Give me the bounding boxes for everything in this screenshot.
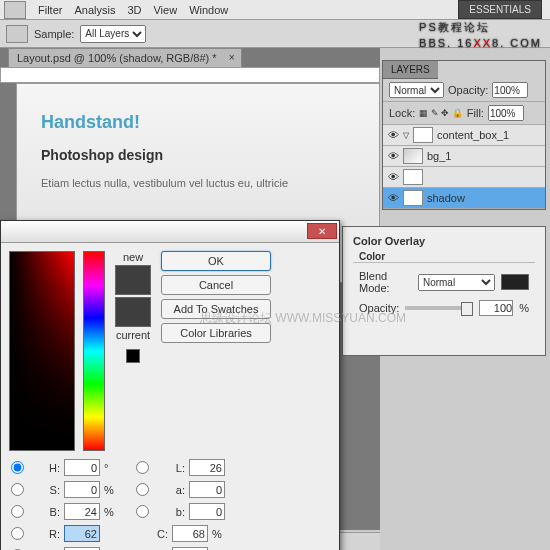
- b2-input[interactable]: [189, 503, 225, 520]
- document-tab[interactable]: Layout.psd @ 100% (shadow, RGB/8#) *×: [8, 48, 242, 67]
- tool-icon[interactable]: [4, 1, 26, 19]
- r-input[interactable]: [64, 525, 100, 542]
- fill-input[interactable]: [488, 105, 524, 121]
- close-icon[interactable]: ×: [229, 52, 235, 63]
- layer-name: bg_1: [427, 150, 451, 162]
- lock-label: Lock:: [389, 107, 415, 119]
- blend-mode-select[interactable]: Normal: [389, 82, 444, 98]
- unit: %: [519, 302, 529, 314]
- layer-thumb: [403, 148, 423, 164]
- add-swatches-button[interactable]: Add To Swatches: [161, 299, 271, 319]
- overlay-opacity-label: Opacity:: [359, 302, 399, 314]
- new-label: new: [123, 251, 143, 263]
- visibility-icon[interactable]: 👁: [387, 192, 399, 204]
- ruler-horizontal: [0, 67, 380, 83]
- radio-b2[interactable]: [136, 505, 149, 518]
- overlay-color-swatch[interactable]: [501, 274, 529, 290]
- h-input[interactable]: [64, 459, 100, 476]
- chevron-down-icon[interactable]: ▽: [403, 131, 409, 140]
- s-input[interactable]: [64, 481, 100, 498]
- layers-panel: LAYERS Normal Opacity: Lock: ▦ ✎ ✥ 🔒 Fil…: [382, 60, 546, 210]
- overlay-opacity-input[interactable]: [479, 300, 513, 316]
- l-input[interactable]: [189, 459, 225, 476]
- color-overlay-panel: Color Overlay Color Blend Mode: Normal O…: [342, 226, 546, 356]
- ok-button[interactable]: OK: [161, 251, 271, 271]
- blend-mode-label: Blend Mode:: [359, 270, 412, 294]
- layer-name: content_box_1: [437, 129, 509, 141]
- current-color-swatch: [115, 297, 151, 327]
- tiny-swatch: [126, 349, 140, 363]
- menu-filter[interactable]: Filter: [38, 4, 62, 16]
- layer-row[interactable]: 👁 shadow: [383, 188, 545, 209]
- page-body: Etiam lectus nulla, vestibulum vel luctu…: [41, 177, 355, 189]
- radio-a[interactable]: [136, 483, 149, 496]
- page-headline: Handstand!: [41, 112, 355, 133]
- sample-select[interactable]: All Layers: [80, 25, 146, 43]
- layer-thumb: [413, 127, 433, 143]
- eyedropper-icon[interactable]: [6, 25, 28, 43]
- menu-window[interactable]: Window: [189, 4, 228, 16]
- menu-analysis[interactable]: Analysis: [74, 4, 115, 16]
- current-label: current: [116, 329, 150, 341]
- overlay-title: Color Overlay: [353, 235, 535, 247]
- radio-r[interactable]: [11, 527, 24, 540]
- radio-b[interactable]: [11, 505, 24, 518]
- close-button[interactable]: ✕: [307, 223, 337, 239]
- radio-l[interactable]: [136, 461, 149, 474]
- layer-thumb: [403, 169, 423, 185]
- visibility-icon[interactable]: 👁: [387, 150, 399, 162]
- layer-thumb: [403, 190, 423, 206]
- fill-label: Fill:: [467, 107, 484, 119]
- layer-name: shadow: [427, 192, 465, 204]
- opacity-label: Opacity:: [448, 84, 488, 96]
- visibility-icon[interactable]: 👁: [387, 171, 399, 183]
- layer-row[interactable]: 👁 bg_1: [383, 146, 545, 167]
- workspace-essentials[interactable]: ESSENTIALS: [458, 0, 542, 19]
- c-input[interactable]: [172, 525, 208, 542]
- sample-label: Sample:: [34, 28, 74, 40]
- menu-view[interactable]: View: [153, 4, 177, 16]
- overlay-subtitle: Color: [353, 251, 535, 263]
- layers-tab[interactable]: LAYERS: [383, 61, 438, 79]
- lock-icons[interactable]: ▦ ✎ ✥ 🔒: [419, 108, 463, 118]
- color-picker-dialog: ✕ new current OK Cancel Add To Swatches …: [0, 220, 340, 550]
- layer-row[interactable]: 👁: [383, 167, 545, 188]
- new-color-swatch: [115, 265, 151, 295]
- hue-slider[interactable]: [83, 251, 105, 451]
- dialog-titlebar[interactable]: ✕: [1, 221, 339, 243]
- radio-h[interactable]: [11, 461, 24, 474]
- layer-row[interactable]: 👁 ▽ content_box_1: [383, 125, 545, 146]
- menu-3d[interactable]: 3D: [127, 4, 141, 16]
- watermark: PS教程论坛 BBS. 16XX8. COM: [419, 20, 542, 50]
- overlay-blend-select[interactable]: Normal: [418, 274, 495, 291]
- opacity-slider[interactable]: [405, 306, 473, 310]
- color-field[interactable]: [9, 251, 75, 451]
- a-input[interactable]: [189, 481, 225, 498]
- radio-s[interactable]: [11, 483, 24, 496]
- color-libraries-button[interactable]: Color Libraries: [161, 323, 271, 343]
- visibility-icon[interactable]: 👁: [387, 129, 399, 141]
- opacity-input[interactable]: [492, 82, 528, 98]
- cancel-button[interactable]: Cancel: [161, 275, 271, 295]
- page-subhead: Photoshop design: [41, 147, 355, 163]
- b-input[interactable]: [64, 503, 100, 520]
